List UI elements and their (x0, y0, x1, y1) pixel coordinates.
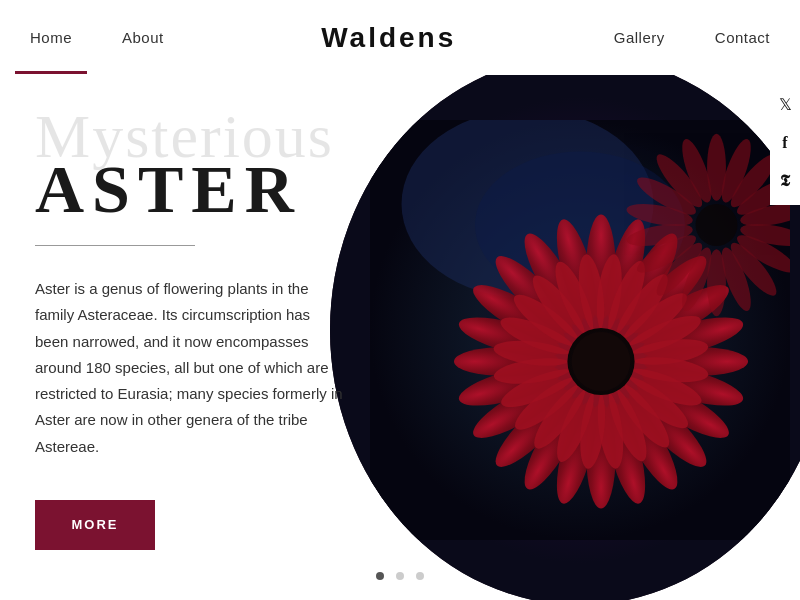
hero-title: ASTER (35, 150, 302, 229)
facebook-icon[interactable]: f (782, 134, 787, 152)
nav-item-gallery[interactable]: Gallery (614, 29, 665, 46)
nav-item-contact[interactable]: Contact (715, 29, 770, 46)
svg-point-52 (572, 332, 631, 391)
flower-image (330, 75, 800, 600)
pinterest-icon[interactable]: 𝕿 (780, 172, 790, 190)
hero-text-area: Mysterious ASTER Aster is a genus of flo… (35, 105, 375, 550)
nav-left: Home About (30, 29, 164, 46)
dot-3[interactable] (416, 572, 424, 580)
site-logo: Waldens (309, 22, 469, 54)
twitter-icon[interactable]: 𝕏 (779, 95, 792, 114)
nav-item-about[interactable]: About (122, 29, 164, 46)
more-button[interactable]: MORE (35, 500, 155, 550)
dot-2[interactable] (396, 572, 404, 580)
dot-1[interactable] (376, 572, 384, 580)
header: Home About Waldens Gallery Contact (0, 0, 800, 75)
svg-point-71 (696, 204, 738, 246)
flower-svg (370, 120, 790, 540)
flower-background (330, 75, 800, 600)
title-area: Mysterious ASTER (35, 105, 375, 235)
nav-item-home[interactable]: Home (30, 29, 72, 46)
hero-description: Aster is a genus of flowering plants in … (35, 276, 345, 460)
main-content: Mysterious ASTER Aster is a genus of flo… (0, 75, 800, 600)
slide-indicators (376, 572, 424, 580)
nav-right: Gallery Contact (614, 29, 770, 46)
title-divider (35, 245, 195, 246)
social-sidebar: 𝕏 f 𝕿 (770, 80, 800, 205)
